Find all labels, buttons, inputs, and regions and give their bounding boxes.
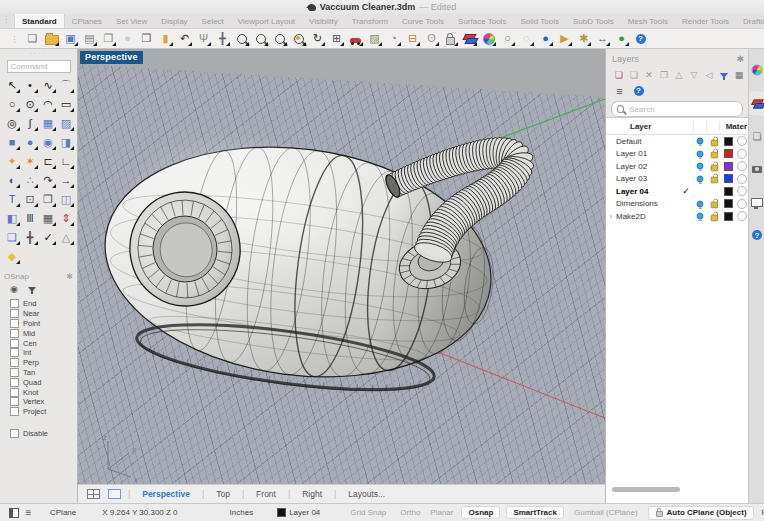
display-toggle-icon[interactable]: [6, 505, 21, 521]
toolbar-tab-viewport-layout[interactable]: Viewport Layout: [231, 14, 302, 28]
disable-checkbox[interactable]: [10, 429, 19, 438]
open-file-button[interactable]: [44, 31, 59, 47]
layers-gear-icon[interactable]: ✱: [736, 54, 744, 64]
perp-checkbox[interactable]: [10, 358, 19, 367]
status-gumball-cplane-[interactable]: Gumball (CPlane): [574, 508, 638, 517]
color-cell[interactable]: [721, 212, 735, 221]
layer-help-button[interactable]: ?: [631, 83, 646, 99]
layer-color-swatch[interactable]: [724, 174, 733, 183]
layer-lock-icon[interactable]: [710, 177, 717, 183]
lock-cell[interactable]: [707, 161, 721, 172]
status-auto-cplane-object-[interactable]: Auto CPlane (Object): [648, 506, 754, 520]
layer-row-dimensions[interactable]: Dimensions: [606, 198, 749, 211]
layer-visibility-icon[interactable]: [697, 213, 704, 220]
flatten-button[interactable]: ◆: [4, 248, 20, 265]
layer-search-input[interactable]: [627, 104, 737, 115]
status-cplane[interactable]: CPlane: [50, 508, 76, 517]
layer-material-icon[interactable]: [737, 149, 747, 159]
point-cloud-button[interactable]: ∴: [22, 172, 38, 189]
ghosted-display-button[interactable]: ◌: [519, 31, 534, 47]
gumball-button[interactable]: ◧: [4, 210, 20, 227]
layer-tools-button[interactable]: [462, 31, 477, 47]
layer-visibility-icon[interactable]: [697, 138, 704, 145]
render-button[interactable]: ●: [614, 31, 629, 47]
cylinder-button[interactable]: ◉: [40, 134, 56, 151]
polygon-button[interactable]: ◎: [4, 115, 20, 132]
map-button[interactable]: ▨: [367, 31, 382, 47]
new-file-button[interactable]: ❏: [25, 31, 40, 47]
zoom-selected-button[interactable]: [272, 31, 287, 47]
selection-filter-button[interactable]: ⊟: [405, 31, 420, 47]
status-inches[interactable]: Inches: [230, 508, 254, 517]
single-viewport-icon[interactable]: [107, 486, 122, 502]
bulb-cell[interactable]: [693, 212, 707, 220]
named-views-tab[interactable]: [749, 157, 764, 181]
delete-layer-button[interactable]: ✕: [642, 69, 656, 82]
display-color-tab[interactable]: [749, 58, 764, 82]
toolbar-tab-transform[interactable]: Transform: [345, 14, 395, 28]
toolbar-tab-set-view[interactable]: Set View: [109, 14, 154, 28]
layer-color-swatch[interactable]: [724, 212, 733, 221]
print-button[interactable]: ▤: [82, 31, 97, 47]
move-up-button[interactable]: △: [672, 69, 686, 82]
color-cell[interactable]: [721, 174, 735, 183]
end-checkbox[interactable]: [10, 299, 19, 308]
layer-color-swatch[interactable]: [724, 199, 733, 208]
lock-cell[interactable]: [707, 136, 721, 147]
move-left-button[interactable]: ◁: [702, 69, 716, 82]
zoom-extents-button[interactable]: [291, 31, 306, 47]
toolbar-tab-standard[interactable]: Standard: [14, 14, 65, 28]
viewport-tab-layouts[interactable]: Layouts...: [342, 489, 391, 499]
bulb-cell[interactable]: [693, 162, 707, 170]
layer-lock-icon[interactable]: [710, 140, 717, 146]
pan-button[interactable]: Ψ: [196, 31, 211, 47]
extend-curve-button[interactable]: →: [58, 172, 74, 189]
rotate-view-button[interactable]: ╋: [215, 31, 230, 47]
boolean-button[interactable]: ◐: [4, 172, 20, 189]
export-button[interactable]: ❐: [101, 31, 116, 47]
bulb-cell[interactable]: [693, 175, 707, 183]
toolbar-tab-mesh-tools[interactable]: Mesh Tools: [621, 14, 675, 28]
color-cell[interactable]: [721, 162, 735, 171]
layer-color-swatch[interactable]: [724, 137, 733, 146]
help-button[interactable]: ?: [633, 31, 648, 47]
status-osnap[interactable]: Osnap: [461, 506, 500, 519]
panel-help-tab[interactable]: ?: [749, 223, 764, 247]
viewport-tab-perspective[interactable]: Perspective: [136, 489, 196, 499]
layer-material-icon[interactable]: [737, 186, 747, 196]
color-cell[interactable]: [721, 137, 735, 146]
sphere-button[interactable]: ●: [22, 134, 38, 151]
toolbar-tab-display[interactable]: Display: [154, 14, 194, 28]
lock-cell[interactable]: [707, 173, 721, 184]
status-ortho[interactable]: Ortho: [400, 508, 420, 517]
copy-button[interactable]: ❐: [139, 31, 154, 47]
viewport-layout-button[interactable]: ⊞: [329, 31, 344, 47]
osnap-gear-icon[interactable]: ✱: [66, 272, 73, 281]
rectangle-button[interactable]: ▭: [58, 96, 74, 113]
layer-material-icon[interactable]: [737, 174, 747, 184]
select-objects-button[interactable]: ▶: [557, 31, 572, 47]
quad-checkbox[interactable]: [10, 378, 19, 387]
layer-color-swatch[interactable]: [724, 162, 733, 171]
tan-checkbox[interactable]: [10, 368, 19, 377]
extrude-button[interactable]: ◨: [58, 134, 74, 151]
layer-color-swatch[interactable]: [724, 149, 733, 158]
new-layer-button[interactable]: ❏: [612, 69, 626, 82]
project-checkbox[interactable]: [10, 407, 19, 416]
ellipse-button[interactable]: ⊙: [22, 96, 38, 113]
color-cell[interactable]: [721, 149, 735, 158]
layer-visibility-icon[interactable]: [697, 150, 704, 157]
layer-filter-button[interactable]: [717, 69, 731, 82]
material-cell[interactable]: [735, 186, 749, 196]
near-checkbox[interactable]: [10, 309, 19, 318]
int-checkbox[interactable]: [10, 348, 19, 357]
layer-visibility-icon[interactable]: [697, 200, 704, 207]
toolbar-tab-drafting[interactable]: Drafting: [736, 14, 764, 28]
properties-tab[interactable]: ❏: [749, 124, 764, 148]
toolbar-tab-cplanes[interactable]: CPlanes: [65, 14, 109, 28]
undo-button[interactable]: ↶: [177, 31, 192, 47]
lock-cell[interactable]: [707, 148, 721, 159]
distance-button[interactable]: [348, 31, 363, 47]
layers-tab[interactable]: [749, 91, 764, 115]
wireframe-display-button[interactable]: ○: [500, 31, 515, 47]
